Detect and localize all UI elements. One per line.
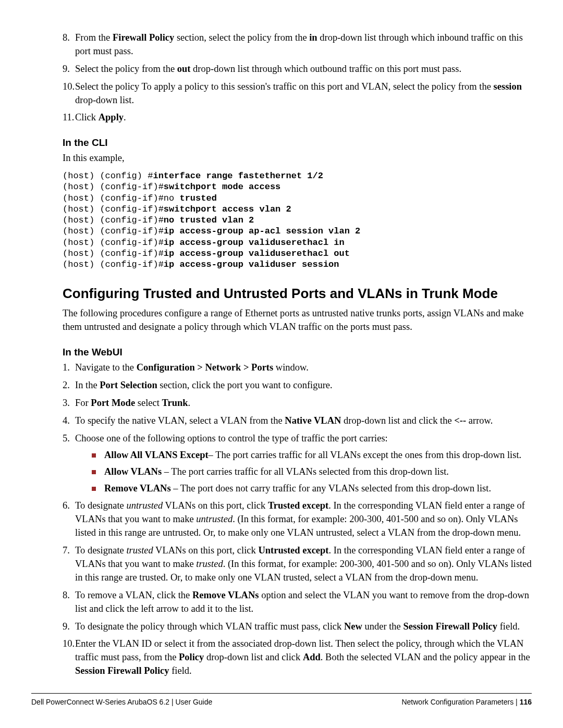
- list-item: 5.Choose one of the following options to…: [63, 432, 532, 496]
- cli-code-block: (host) (config) #interface range fasteth…: [63, 170, 532, 270]
- section-intro: The following procedures configure a ran…: [63, 307, 532, 334]
- section-title: Configuring Trusted and Untrusted Ports …: [63, 286, 532, 302]
- list-text: For Port Mode select Trunk.: [75, 398, 190, 408]
- list-text: To designate the policy through which VL…: [75, 621, 520, 632]
- list-number: 10.: [63, 637, 75, 651]
- list-text: To designate untrusted VLANs on this por…: [75, 500, 525, 538]
- list-text: From the Firewall Policy section, select…: [75, 32, 523, 56]
- list-text: To remove a VLAN, click the Remove VLANs…: [75, 590, 529, 614]
- list-number: 10.: [63, 80, 75, 94]
- list-text: To specify the native VLAN, select a VLA…: [75, 415, 493, 426]
- list-item: 2.In the Port Selection section, click t…: [63, 379, 532, 392]
- list-number: 9.: [63, 63, 70, 76]
- list-item: 8.To remove a VLAN, click the Remove VLA…: [63, 589, 532, 616]
- list-number: 3.: [63, 397, 70, 410]
- list-item: 6.To designate untrusted VLANs on this p…: [63, 499, 532, 540]
- list-item: 1.Navigate to the Configuration > Networ…: [63, 361, 532, 375]
- list-text: Select the policy from the out drop-down…: [75, 64, 461, 74]
- page: 8.From the Firewall Policy section, sele…: [0, 0, 563, 728]
- footer-right: Network Configuration Parameters | 116: [401, 698, 532, 706]
- cli-heading: In the CLI: [63, 137, 532, 149]
- bullet-item: Allow VLANs – The port carries traffic f…: [89, 465, 532, 479]
- footer-left: Dell PowerConnect W-Series ArubaOS 6.2 |…: [31, 698, 212, 706]
- top-ordered-list: 8.From the Firewall Policy section, sele…: [63, 31, 532, 125]
- cli-intro: In this example,: [63, 152, 532, 165]
- list-text: Choose one of the following options to c…: [75, 433, 388, 443]
- list-number: 5.: [63, 432, 70, 446]
- list-item: 7.To designate trusted VLANs on this por…: [63, 544, 532, 585]
- list-item: 3.For Port Mode select Trunk.: [63, 397, 532, 410]
- list-text: In the Port Selection section, click the…: [75, 380, 333, 390]
- list-number: 8.: [63, 589, 70, 602]
- list-text: To designate trusted VLANs on this port,…: [75, 545, 532, 583]
- list-item: 11.Click Apply.: [63, 111, 532, 125]
- bullet-item: Remove VLANs – The port does not carry t…: [89, 482, 532, 496]
- list-number: 9.: [63, 620, 70, 634]
- list-item: 9.Select the policy from the out drop-do…: [63, 63, 532, 76]
- list-number: 2.: [63, 379, 70, 392]
- list-number: 11.: [63, 111, 74, 125]
- list-number: 1.: [63, 361, 70, 375]
- page-footer: Dell PowerConnect W-Series ArubaOS 6.2 |…: [31, 693, 532, 706]
- list-number: 4.: [63, 414, 70, 428]
- list-text: Click Apply.: [75, 112, 126, 122]
- bullet-item: Allow All VLANS Except– The port carries…: [89, 449, 532, 462]
- content-area: 8.From the Firewall Policy section, sele…: [63, 31, 532, 678]
- webui-ordered-list: 1.Navigate to the Configuration > Networ…: [63, 361, 532, 678]
- bullet-list: Allow All VLANS Except– The port carries…: [89, 449, 532, 496]
- list-item: 10.Enter the VLAN ID or select it from t…: [63, 637, 532, 678]
- webui-heading: In the WebUI: [63, 347, 532, 358]
- list-item: 10.Select the policy To apply a policy t…: [63, 80, 532, 107]
- list-number: 8.: [63, 31, 70, 45]
- list-item: 9.To designate the policy through which …: [63, 620, 532, 634]
- list-text: Navigate to the Configuration > Network …: [75, 362, 309, 373]
- list-number: 6.: [63, 499, 70, 513]
- list-item: 4.To specify the native VLAN, select a V…: [63, 414, 532, 428]
- list-number: 7.: [63, 544, 70, 558]
- list-text: Select the policy To apply a policy to t…: [75, 81, 522, 105]
- list-text: Enter the VLAN ID or select it from the …: [75, 638, 530, 676]
- list-item: 8.From the Firewall Policy section, sele…: [63, 31, 532, 58]
